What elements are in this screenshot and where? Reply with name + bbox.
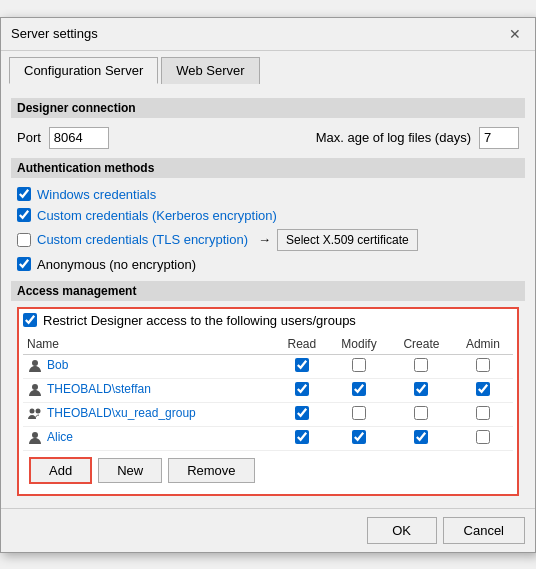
user-icon — [27, 430, 47, 444]
remove-button[interactable]: Remove — [168, 458, 254, 483]
restrict-access-label: Restrict Designer access to the followin… — [43, 313, 356, 328]
dialog-footer: OK Cancel — [1, 508, 535, 552]
restrict-access-row: Restrict Designer access to the followin… — [23, 313, 513, 328]
svg-point-1 — [32, 384, 38, 390]
col-modify: Modify — [328, 334, 390, 355]
read-cell — [276, 354, 328, 378]
auth-kerberos-checkbox[interactable] — [17, 208, 31, 222]
create-cell — [390, 426, 453, 450]
dialog-content: Designer connection Port Max. age of log… — [1, 84, 535, 508]
auth-anonymous-label: Anonymous (no encryption) — [37, 257, 196, 272]
max-age-label: Max. age of log files (days) — [316, 130, 471, 145]
table-row: Alice — [23, 426, 513, 450]
read-checkbox[interactable] — [295, 406, 309, 420]
admin-checkbox[interactable] — [476, 430, 490, 444]
auth-windows-checkbox[interactable] — [17, 187, 31, 201]
svg-point-2 — [30, 409, 35, 414]
auth-windows-label: Windows credentials — [37, 187, 156, 202]
group-icon — [27, 406, 47, 420]
new-button[interactable]: New — [98, 458, 162, 483]
admin-cell — [453, 354, 513, 378]
auth-tls-label: Custom credentials (TLS encryption) — [37, 232, 248, 247]
modify-checkbox[interactable] — [352, 382, 366, 396]
select-certificate-button[interactable]: Select X.509 certificate — [277, 229, 418, 251]
create-cell — [390, 378, 453, 402]
modify-cell — [328, 378, 390, 402]
max-age-group: Max. age of log files (days) — [316, 127, 519, 149]
access-buttons: Add New Remove — [23, 451, 513, 490]
read-cell — [276, 378, 328, 402]
admin-cell — [453, 378, 513, 402]
access-management-header: Access management — [11, 281, 525, 301]
users-table: Name Read Modify Create Admin BobTHEOBAL… — [23, 334, 513, 451]
port-input[interactable] — [49, 127, 109, 149]
col-create: Create — [390, 334, 453, 355]
table-row: Bob — [23, 354, 513, 378]
admin-checkbox[interactable] — [476, 358, 490, 372]
svg-point-3 — [36, 409, 41, 414]
user-name-text: Bob — [47, 358, 68, 372]
designer-connection-row: Port Max. age of log files (days) — [11, 124, 525, 152]
modify-checkbox[interactable] — [352, 358, 366, 372]
tab-strip: Configuration Server Web Server — [1, 51, 535, 84]
auth-kerberos-label: Custom credentials (Kerberos encryption) — [37, 208, 277, 223]
modify-cell — [328, 426, 390, 450]
table-row: THEOBALD\steffan — [23, 378, 513, 402]
user-name-text: THEOBALD\steffan — [47, 382, 151, 396]
create-cell — [390, 402, 453, 426]
create-checkbox[interactable] — [414, 358, 428, 372]
dialog-title: Server settings — [11, 26, 98, 41]
admin-cell — [453, 426, 513, 450]
title-bar: Server settings ✕ — [1, 18, 535, 51]
svg-point-0 — [32, 360, 38, 366]
user-name-cell: THEOBALD\xu_read_group — [23, 402, 276, 426]
tab-web-server[interactable]: Web Server — [161, 57, 259, 84]
col-admin: Admin — [453, 334, 513, 355]
access-management-box: Restrict Designer access to the followin… — [17, 307, 519, 496]
admin-checkbox[interactable] — [476, 382, 490, 396]
create-checkbox[interactable] — [414, 406, 428, 420]
restrict-access-checkbox[interactable] — [23, 313, 37, 327]
auth-tls-checkbox[interactable] — [17, 233, 31, 247]
arrow-icon: → — [258, 232, 271, 247]
ok-button[interactable]: OK — [367, 517, 437, 544]
max-age-input[interactable] — [479, 127, 519, 149]
create-cell — [390, 354, 453, 378]
read-cell — [276, 402, 328, 426]
user-name-text: Alice — [47, 430, 73, 444]
tab-configuration-server[interactable]: Configuration Server — [9, 57, 158, 84]
server-settings-dialog: Server settings ✕ Configuration Server W… — [0, 17, 536, 553]
modify-cell — [328, 402, 390, 426]
auth-methods-header: Authentication methods — [11, 158, 525, 178]
svg-point-4 — [32, 432, 38, 438]
read-cell — [276, 426, 328, 450]
port-label: Port — [17, 130, 41, 145]
user-icon — [27, 382, 47, 396]
create-checkbox[interactable] — [414, 430, 428, 444]
read-checkbox[interactable] — [295, 382, 309, 396]
cancel-button[interactable]: Cancel — [443, 517, 525, 544]
col-read: Read — [276, 334, 328, 355]
user-name-text: THEOBALD\xu_read_group — [47, 406, 196, 420]
add-button[interactable]: Add — [29, 457, 92, 484]
create-checkbox[interactable] — [414, 382, 428, 396]
designer-connection-header: Designer connection — [11, 98, 525, 118]
modify-checkbox[interactable] — [352, 430, 366, 444]
admin-cell — [453, 402, 513, 426]
auth-kerberos-row: Custom credentials (Kerberos encryption) — [11, 205, 525, 226]
modify-checkbox[interactable] — [352, 406, 366, 420]
user-icon — [27, 358, 47, 372]
user-name-cell: THEOBALD\steffan — [23, 378, 276, 402]
admin-checkbox[interactable] — [476, 406, 490, 420]
auth-tls-row: Custom credentials (TLS encryption) → Se… — [11, 226, 525, 254]
auth-anonymous-row: Anonymous (no encryption) — [11, 254, 525, 275]
read-checkbox[interactable] — [295, 358, 309, 372]
modify-cell — [328, 354, 390, 378]
close-button[interactable]: ✕ — [505, 24, 525, 44]
auth-anonymous-checkbox[interactable] — [17, 257, 31, 271]
user-name-cell: Bob — [23, 354, 276, 378]
user-name-cell: Alice — [23, 426, 276, 450]
auth-windows-row: Windows credentials — [11, 184, 525, 205]
col-name: Name — [23, 334, 276, 355]
read-checkbox[interactable] — [295, 430, 309, 444]
